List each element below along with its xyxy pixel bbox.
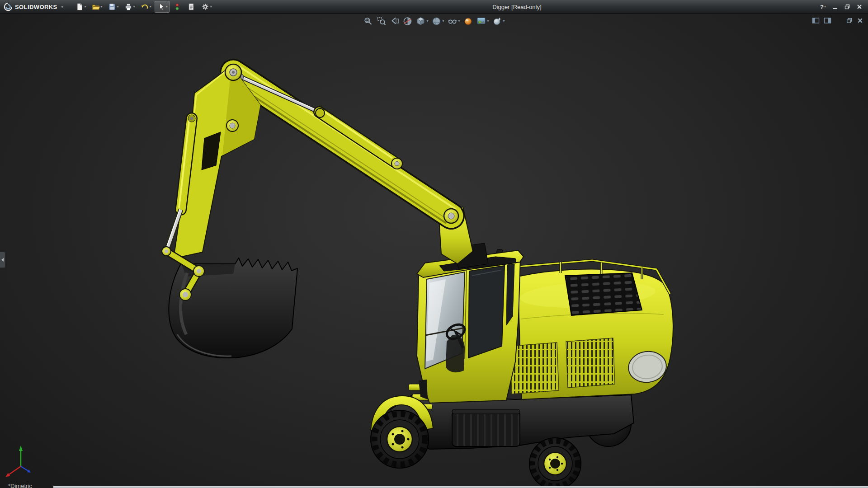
file-properties-icon: [187, 2, 196, 11]
close-document-button[interactable]: [857, 17, 863, 26]
help-button[interactable]: ? ▾: [820, 4, 826, 10]
close-button[interactable]: [856, 4, 863, 10]
hide-show-items-icon: [447, 16, 457, 26]
y-axis-arrow: [19, 446, 23, 451]
dropdown-caret-icon[interactable]: ▾: [150, 5, 151, 9]
zoom-to-area-icon: [376, 16, 386, 26]
options-gear-icon: [201, 2, 210, 11]
document-window-controls: [812, 17, 863, 26]
file-properties-button[interactable]: [185, 1, 198, 13]
dropdown-caret-icon[interactable]: ▾: [166, 5, 168, 9]
solidworks-app-window: { "ui": { "caret": "▾" }, "window": { "b…: [0, 0, 868, 488]
solidworks-logo-icon: [4, 2, 13, 11]
apply-scene-icon: [476, 16, 486, 26]
select-button[interactable]: ▾: [155, 1, 170, 13]
restore-button[interactable]: [844, 4, 850, 10]
dropdown-caret-icon[interactable]: ▾: [503, 19, 505, 23]
close-icon: [856, 4, 863, 10]
operator-cab[interactable]: [417, 250, 524, 403]
restore-icon: [844, 4, 850, 10]
engine-vent-panel[interactable]: [565, 273, 642, 315]
display-style-button[interactable]: ▾: [431, 16, 444, 26]
brand-name: SOLIDWORKS: [15, 4, 57, 10]
edit-appearance-button[interactable]: [463, 16, 473, 26]
view-orientation-button[interactable]: ▾: [415, 16, 428, 26]
titlebar-toolbar: ▾ ▾ ▾ ▾: [73, 1, 214, 13]
minimize-button[interactable]: [832, 4, 838, 10]
model-canvas[interactable]: [0, 14, 868, 488]
dropdown-caret-icon[interactable]: ▾: [487, 19, 489, 23]
engine-housing[interactable]: [510, 260, 673, 399]
collapse-arrow-icon: [1, 258, 4, 262]
headsup-view-toolbar: ▾ ▾ ▾: [363, 16, 505, 26]
pane-right-icon: [824, 17, 831, 24]
document-title: Digger [Read-only]: [214, 4, 820, 10]
seat: [446, 335, 465, 372]
side-grille-left[interactable]: [510, 343, 559, 394]
dropdown-caret-icon[interactable]: ▾: [117, 5, 119, 9]
print-button[interactable]: ▾: [122, 1, 137, 13]
dropdown-caret-icon[interactable]: ▾: [85, 5, 86, 9]
section-view-button[interactable]: [402, 16, 412, 26]
rebuild-icon: [173, 2, 182, 11]
close-document-icon: [857, 17, 863, 24]
rebuild-button[interactable]: [171, 1, 184, 13]
titlebar-left: SOLIDWORKS ▾ ▾ ▾ ▾: [0, 1, 214, 13]
featuremanager-collapse-tab[interactable]: [0, 252, 5, 268]
section-view-icon: [402, 16, 412, 26]
apply-scene-button[interactable]: ▾: [476, 16, 489, 26]
pane-left-icon: [812, 17, 820, 24]
undo-icon: [140, 2, 149, 11]
save-icon: [108, 2, 117, 11]
fuel-tank[interactable]: [452, 409, 520, 446]
open-icon: [91, 2, 100, 11]
wheel-front-left[interactable]: [371, 410, 429, 468]
expand-pane-right-button[interactable]: [824, 17, 831, 26]
minimize-icon: [832, 4, 838, 10]
restore-document-button[interactable]: [846, 17, 853, 26]
titlebar: SOLIDWORKS ▾ ▾ ▾ ▾: [0, 0, 868, 14]
previous-view-icon: [389, 16, 399, 26]
zoom-to-fit-button[interactable]: [363, 16, 373, 26]
restore-document-icon: [846, 17, 853, 24]
undo-button[interactable]: ▾: [138, 1, 153, 13]
expand-pane-left-button[interactable]: [812, 17, 820, 26]
dropdown-caret-icon[interactable]: ▾: [133, 5, 135, 9]
wheel-rear-right[interactable]: [529, 438, 581, 488]
display-style-icon: [431, 16, 441, 26]
view-settings-icon: [492, 16, 502, 26]
boom[interactable]: [228, 66, 456, 223]
previous-view-button[interactable]: [389, 16, 399, 26]
view-settings-button[interactable]: ▾: [492, 16, 505, 26]
new-document-button[interactable]: ▾: [73, 1, 88, 13]
dropdown-caret-icon: ▾: [824, 5, 826, 9]
zoom-to-area-button[interactable]: [376, 16, 386, 26]
save-button[interactable]: ▾: [106, 1, 121, 13]
door-window: [468, 266, 505, 358]
app-menu[interactable]: SOLIDWORKS ▾: [4, 2, 63, 11]
side-grille-right[interactable]: [566, 338, 615, 388]
dropdown-caret-icon[interactable]: ▾: [458, 19, 460, 23]
app-menu-caret-icon: ▾: [61, 5, 63, 9]
hide-show-items-button[interactable]: ▾: [447, 16, 460, 26]
help-icon: ?: [820, 4, 824, 10]
dropdown-caret-icon[interactable]: ▾: [101, 5, 103, 9]
view-orientation-icon: [415, 16, 425, 26]
dropdown-caret-icon[interactable]: ▾: [210, 5, 212, 9]
excavator-body[interactable]: [371, 207, 673, 488]
open-button[interactable]: ▾: [90, 1, 104, 13]
graphics-viewport[interactable]: ▾ ▾ ▾: [0, 14, 868, 488]
bucket[interactable]: [169, 258, 297, 358]
zoom-to-fit-icon: [363, 16, 373, 26]
print-icon: [124, 2, 133, 11]
edit-appearance-icon: [463, 16, 473, 26]
view-orientation-label: *Dimetric: [8, 483, 32, 488]
new-document-icon: [75, 2, 84, 11]
horizontal-scrollbar[interactable]: [53, 486, 868, 488]
titlebar-window-controls: ? ▾: [820, 4, 868, 10]
dropdown-caret-icon[interactable]: ▾: [426, 19, 428, 23]
select-cursor-icon: [156, 2, 165, 11]
dropdown-caret-icon[interactable]: ▾: [442, 19, 444, 23]
options-button[interactable]: ▾: [199, 1, 214, 13]
excavator-arm[interactable]: [162, 64, 458, 358]
